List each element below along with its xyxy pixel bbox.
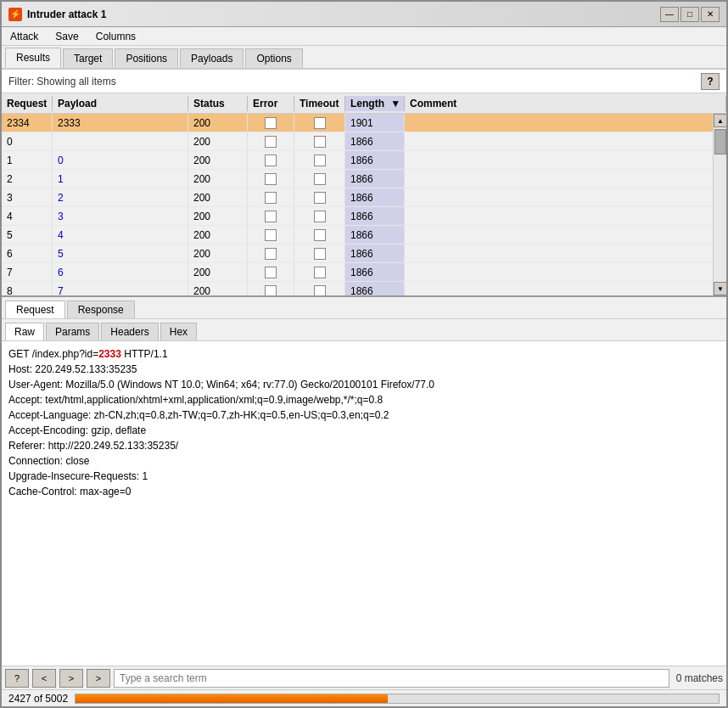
cell-status: 200 xyxy=(188,244,248,262)
table-row[interactable]: 6 5 200 1866 xyxy=(2,244,726,263)
tab-raw[interactable]: Raw xyxy=(5,323,44,340)
table-row[interactable]: 7 6 200 1866 xyxy=(2,263,726,282)
cell-request: 7 xyxy=(2,263,53,281)
menu-attack[interactable]: Attack xyxy=(5,29,43,44)
table-row[interactable]: 2 1 200 1866 xyxy=(2,170,726,188)
request-line-2: Host: 220.249.52.133:35235 xyxy=(8,362,720,377)
cell-error xyxy=(248,282,294,295)
tab-payloads[interactable]: Payloads xyxy=(180,48,244,68)
table-row[interactable]: 4 3 200 1866 xyxy=(2,207,726,226)
request-line-7: Referer: http://220.249.52.133:35235/ xyxy=(8,438,720,453)
table-row[interactable]: 2334 2333 200 1901 xyxy=(2,114,726,132)
maximize-button[interactable]: □ xyxy=(680,7,699,22)
menu-bar: Attack Save Columns xyxy=(2,27,726,46)
scroll-thumb[interactable] xyxy=(714,129,726,155)
cell-payload: 0 xyxy=(53,151,188,169)
cell-payload: 3 xyxy=(53,207,188,225)
cell-comment xyxy=(405,226,726,244)
menu-save[interactable]: Save xyxy=(50,29,83,44)
status-text: 2427 of 5002 xyxy=(8,693,68,705)
cell-status: 200 xyxy=(188,114,248,132)
tab-request[interactable]: Request xyxy=(5,301,65,318)
tab-options[interactable]: Options xyxy=(245,48,302,68)
table-row[interactable]: 5 4 200 1866 xyxy=(2,226,726,244)
table-row[interactable]: 8 7 200 1866 xyxy=(2,282,726,295)
cell-length: 1866 xyxy=(345,263,405,281)
results-section: Request Payload Status Error Timeout Len… xyxy=(2,93,726,297)
cell-comment xyxy=(405,151,726,169)
cell-request: 4 xyxy=(2,207,53,225)
cell-comment xyxy=(405,132,726,150)
cell-comment xyxy=(405,263,726,281)
tab-results[interactable]: Results xyxy=(5,48,61,68)
table-row[interactable]: 0 200 1866 xyxy=(2,132,726,151)
cell-comment xyxy=(405,282,726,295)
scroll-up-button[interactable]: ▲ xyxy=(714,114,727,127)
title-bar-left: Intruder attack 1 xyxy=(8,8,106,21)
cell-request: 3 xyxy=(2,188,53,206)
tab-headers[interactable]: Headers xyxy=(101,323,158,340)
cell-request: 0 xyxy=(2,132,53,150)
table-row[interactable]: 1 0 200 1866 xyxy=(2,151,726,170)
cell-length: 1866 xyxy=(345,132,405,150)
request-line-6: Accept-Encoding: gzip, deflate xyxy=(8,423,720,438)
cell-request: 5 xyxy=(2,226,53,244)
cell-timeout xyxy=(294,207,345,225)
request-line-3: User-Agent: Mozilla/5.0 (Windows NT 10.0… xyxy=(8,377,720,392)
cell-timeout xyxy=(294,170,345,188)
cell-error xyxy=(248,151,294,169)
cell-status: 200 xyxy=(188,188,248,206)
search-input[interactable] xyxy=(114,669,669,688)
title-buttons: — □ ✕ xyxy=(660,7,720,22)
menu-columns[interactable]: Columns xyxy=(91,29,141,44)
cell-error xyxy=(248,226,294,244)
title-bar: Intruder attack 1 — □ ✕ xyxy=(2,2,726,27)
cell-length: 1866 xyxy=(345,226,405,244)
cell-length: 1866 xyxy=(345,170,405,188)
tab-response[interactable]: Response xyxy=(67,301,135,318)
cell-timeout xyxy=(294,114,345,132)
cell-status: 200 xyxy=(188,132,248,150)
scroll-track xyxy=(714,127,726,282)
filter-help-button[interactable]: ? xyxy=(701,73,720,90)
header-status[interactable]: Status xyxy=(188,96,248,111)
table-scrollbar[interactable]: ▲ ▼ xyxy=(713,114,726,295)
header-length[interactable]: Length ▼ xyxy=(345,96,405,111)
cell-comment xyxy=(405,207,726,225)
help-button[interactable]: ? xyxy=(5,669,29,688)
tab-positions[interactable]: Positions xyxy=(115,48,178,68)
scroll-down-button[interactable]: ▼ xyxy=(714,282,727,295)
request-line-4: Accept: text/html,application/xhtml+xml,… xyxy=(8,392,720,407)
cell-status: 200 xyxy=(188,263,248,281)
forward-button[interactable]: > xyxy=(59,669,83,688)
header-request[interactable]: Request xyxy=(2,96,53,111)
header-payload[interactable]: Payload xyxy=(53,96,188,111)
cell-timeout xyxy=(294,244,345,262)
cell-error xyxy=(248,170,294,188)
cell-timeout xyxy=(294,151,345,169)
cell-payload: 5 xyxy=(53,244,188,262)
next-button[interactable]: > xyxy=(87,669,110,688)
minimize-button[interactable]: — xyxy=(660,7,679,22)
cell-comment xyxy=(405,244,726,262)
request-content: GET /index.php?id=2333 HTTP/1.1 Host: 22… xyxy=(2,341,726,666)
request-line-10: Cache-Control: max-age=0 xyxy=(8,484,720,499)
table-body: 2334 2333 200 1901 0 200 1866 1 xyxy=(2,114,726,295)
cell-payload: 7 xyxy=(53,282,188,295)
tab-target[interactable]: Target xyxy=(63,48,113,68)
cell-status: 200 xyxy=(188,226,248,244)
cell-comment xyxy=(405,170,726,188)
header-comment[interactable]: Comment xyxy=(405,96,726,111)
header-timeout[interactable]: Timeout xyxy=(294,96,345,111)
tab-params[interactable]: Params xyxy=(46,323,99,340)
cell-timeout xyxy=(294,188,345,206)
cell-payload: 2333 xyxy=(53,114,188,132)
tab-hex[interactable]: Hex xyxy=(160,323,197,340)
table-row[interactable]: 3 2 200 1866 xyxy=(2,188,726,207)
cell-length: 1866 xyxy=(345,188,405,206)
header-error[interactable]: Error xyxy=(248,96,294,111)
close-button[interactable]: ✕ xyxy=(701,7,720,22)
cell-length: 1866 xyxy=(345,207,405,225)
back-button[interactable]: < xyxy=(32,669,56,688)
cell-request: 2 xyxy=(2,170,53,188)
